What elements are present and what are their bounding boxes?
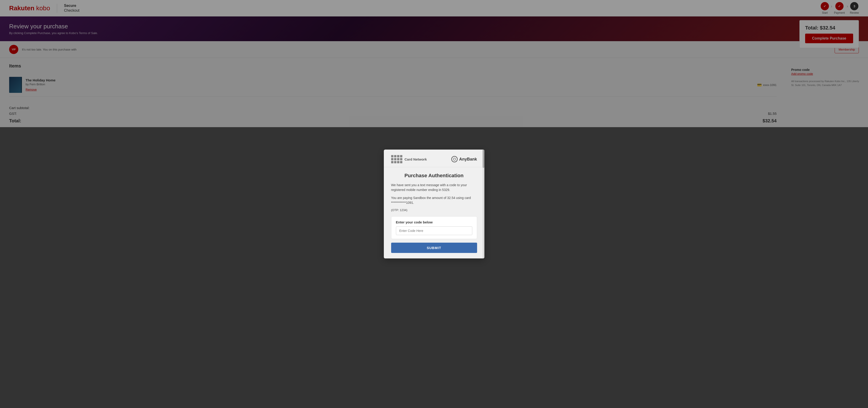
code-entry-box: Enter your code below <box>391 216 477 239</box>
modal-description-1: We have sent you a text message with a c… <box>391 183 477 192</box>
card-network-logo: Card Network <box>391 155 427 163</box>
anybank-logo: AnyBank <box>451 156 477 163</box>
modal-title: Purchase Authentication <box>391 173 477 179</box>
modal-description-2: You are paying Sandbox the amount of 32.… <box>391 196 477 205</box>
modal-header: Card Network AnyBank <box>384 150 485 167</box>
card-grid-icon <box>391 155 402 163</box>
anybank-label: AnyBank <box>459 157 477 162</box>
modal-body: Purchase Authentication We have sent you… <box>384 167 485 258</box>
code-input[interactable] <box>396 226 472 235</box>
anybank-circle-icon <box>451 156 458 163</box>
modal-scrollbar-track[interactable] <box>483 150 485 258</box>
submit-button[interactable]: SUBMIT <box>391 243 477 253</box>
code-entry-label: Enter your code below <box>396 220 472 224</box>
card-network-label: Card Network <box>405 157 427 161</box>
purchase-authentication-modal: Card Network AnyBank Purchase Authentica… <box>384 150 485 258</box>
modal-otp-hint: (OTP: 1234) <box>391 208 477 212</box>
modal-overlay: Card Network AnyBank Purchase Authentica… <box>0 0 868 408</box>
anybank-inner-icon <box>453 158 456 161</box>
modal-scrollbar-thumb[interactable] <box>483 150 485 168</box>
